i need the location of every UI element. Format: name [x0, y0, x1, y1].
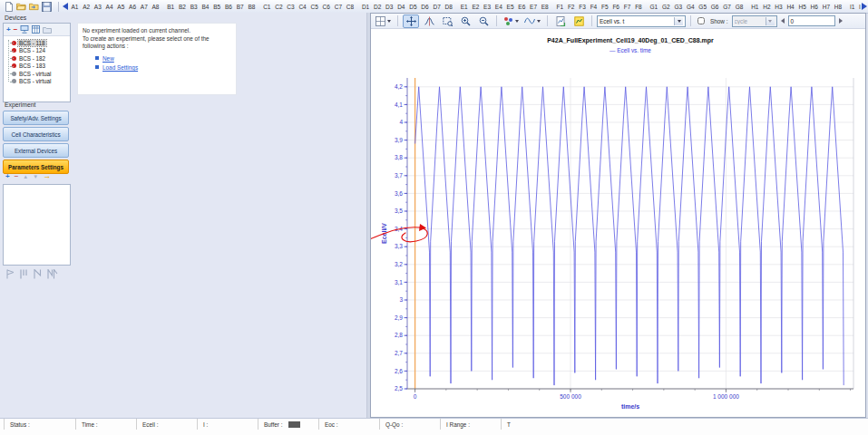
- cycle-combobox[interactable]: cycle: [732, 15, 777, 27]
- channel-tab-E5[interactable]: E5: [504, 3, 516, 11]
- channel-tab-D2[interactable]: D2: [372, 3, 384, 11]
- channel-tab-F4[interactable]: F4: [588, 3, 599, 11]
- channel-tab-B3[interactable]: B3: [188, 3, 200, 11]
- graph-layout-dropdown[interactable]: [374, 14, 393, 28]
- channel-tab-E6[interactable]: E6: [516, 3, 528, 11]
- graph-properties-dropdown[interactable]: [502, 14, 521, 28]
- channel-tab-E8[interactable]: E8: [539, 3, 551, 11]
- channel-tab-H1[interactable]: H1: [749, 3, 761, 11]
- channel-scroll-right[interactable]: [861, 2, 868, 11]
- new-experiment-icon[interactable]: [4, 2, 14, 12]
- cycle-prev-button[interactable]: [781, 18, 785, 24]
- data-file-button[interactable]: [571, 14, 587, 28]
- remove-device-icon[interactable]: −: [14, 26, 18, 34]
- action-link-new[interactable]: New: [95, 55, 231, 62]
- channel-scroll-left[interactable]: [62, 2, 69, 11]
- device-item-bcs-virtual[interactable]: BCS - virtual: [5, 70, 70, 78]
- channel-tab-A4[interactable]: A4: [103, 3, 115, 11]
- channel-tab-B1[interactable]: B1: [165, 3, 177, 11]
- channel-tab-D8[interactable]: D8: [443, 3, 454, 11]
- channel-tab-C8[interactable]: C8: [344, 3, 356, 11]
- channel-tab-E1[interactable]: E1: [458, 3, 470, 11]
- curve-style-dropdown[interactable]: [522, 14, 542, 28]
- channel-tab-H3[interactable]: H3: [773, 3, 785, 11]
- zoom-out-button[interactable]: [475, 14, 492, 28]
- save-icon[interactable]: [42, 2, 52, 12]
- channel-tab-C5[interactable]: C5: [308, 3, 320, 11]
- channel-tab-H2[interactable]: H2: [761, 3, 773, 11]
- channel-tab-E4[interactable]: E4: [493, 3, 504, 11]
- channel-tab-H7[interactable]: H7: [820, 3, 832, 11]
- channel-tab-F6[interactable]: F6: [610, 3, 621, 11]
- channel-tab-F5[interactable]: F5: [600, 3, 610, 11]
- channel-tab-C2[interactable]: C2: [273, 3, 285, 11]
- channel-tab-B7[interactable]: B7: [234, 3, 246, 11]
- move-down-icon[interactable]: ▼: [33, 174, 38, 179]
- channel-tab-B6[interactable]: B6: [223, 3, 235, 11]
- combo-button[interactable]: [674, 17, 683, 25]
- channel-tab-H6[interactable]: H6: [808, 3, 820, 11]
- channel-tab-B8[interactable]: B8: [246, 3, 258, 11]
- channel-tab-F8[interactable]: F8: [633, 3, 644, 11]
- channel-tab-H4[interactable]: H4: [785, 3, 796, 11]
- zoom-box-button[interactable]: [439, 14, 455, 28]
- channel-tab-G8[interactable]: G8: [733, 3, 745, 11]
- channel-tab-D1[interactable]: D1: [360, 3, 372, 11]
- channel-tab-E3[interactable]: E3: [482, 3, 493, 11]
- channel-tab-A1[interactable]: A1: [69, 3, 81, 11]
- channel-tab-A7[interactable]: A7: [138, 3, 150, 11]
- experiment-button-safety-adv-settings[interactable]: Safety/Adv. Settings: [3, 111, 69, 125]
- copy-graph-button[interactable]: [552, 14, 569, 28]
- channel-tab-E7[interactable]: E7: [528, 3, 540, 11]
- channel-tab-H5[interactable]: H5: [796, 3, 808, 11]
- channel-tab-F1[interactable]: F1: [554, 3, 565, 11]
- channel-tab-G1[interactable]: G1: [648, 3, 659, 11]
- channel-tab-D4[interactable]: D4: [395, 3, 407, 11]
- channel-tab-C6[interactable]: C6: [320, 3, 332, 11]
- move-up-icon[interactable]: ▲: [23, 174, 28, 179]
- channel-tab-D6[interactable]: D6: [419, 3, 431, 11]
- channel-tab-B5[interactable]: B5: [211, 3, 223, 11]
- network-scan-icon[interactable]: [20, 25, 29, 34]
- channel-tab-D3[interactable]: D3: [384, 3, 395, 11]
- channel-tab-D5[interactable]: D5: [407, 3, 419, 11]
- channel-tab-F3[interactable]: F3: [577, 3, 588, 11]
- channel-tab-C3[interactable]: C3: [285, 3, 297, 11]
- experiment-button-external-devices[interactable]: External Devices: [3, 143, 69, 158]
- channel-tab-A5[interactable]: A5: [115, 3, 127, 11]
- chart-plot-area[interactable]: 2,52,62,72,82,933,13,23,33,43,53,63,73,8…: [371, 28, 865, 417]
- channel-tab-A3[interactable]: A3: [92, 3, 103, 11]
- channel-tab-D7[interactable]: D7: [431, 3, 443, 11]
- zoom-in-button[interactable]: [457, 14, 473, 28]
- channel-tab-G6[interactable]: G6: [708, 3, 720, 11]
- channel-tab-C1[interactable]: C1: [261, 3, 273, 11]
- channel-tab-F7[interactable]: F7: [621, 3, 632, 11]
- cycle-number-field[interactable]: 0: [788, 15, 835, 26]
- channel-tab-G7[interactable]: G7: [721, 3, 733, 11]
- channel-tab-G4[interactable]: G4: [684, 3, 696, 11]
- add-device-icon[interactable]: +: [6, 26, 11, 34]
- insert-technique-icon[interactable]: →: [43, 172, 51, 180]
- channel-tab-C4[interactable]: C4: [297, 3, 308, 11]
- channel-tab-G2[interactable]: G2: [660, 3, 672, 11]
- device-item-bcs-118[interactable]: BCS - 118: [5, 39, 70, 47]
- channel-tab-A6[interactable]: A6: [127, 3, 139, 11]
- remove-technique-icon[interactable]: −: [15, 173, 19, 180]
- channel-tab-I1[interactable]: I1: [848, 3, 857, 11]
- device-item-bcs-virtual[interactable]: BCS - virtual: [5, 78, 70, 86]
- channel-tab-E2[interactable]: E2: [470, 3, 482, 11]
- open-folder-icon[interactable]: [16, 2, 26, 12]
- table-view-icon[interactable]: [32, 25, 40, 34]
- add-technique-icon[interactable]: +: [5, 173, 10, 180]
- channel-tab-C7[interactable]: C7: [332, 3, 344, 11]
- channel-tab-G3[interactable]: G3: [672, 3, 684, 11]
- channel-tab-H8[interactable]: H8: [832, 3, 844, 11]
- show-checkbox[interactable]: [697, 17, 705, 24]
- channel-tab-B2[interactable]: B2: [177, 3, 189, 11]
- import-settings-icon[interactable]: [29, 2, 39, 12]
- parameters-list[interactable]: [3, 184, 71, 266]
- action-link-load-settings[interactable]: Load Settings: [95, 64, 231, 71]
- device-item-bcs-124[interactable]: BCS - 124: [5, 47, 70, 55]
- channel-tab-B4[interactable]: B4: [200, 3, 211, 11]
- graph-type-combobox[interactable]: Ecell vs. t: [597, 15, 686, 27]
